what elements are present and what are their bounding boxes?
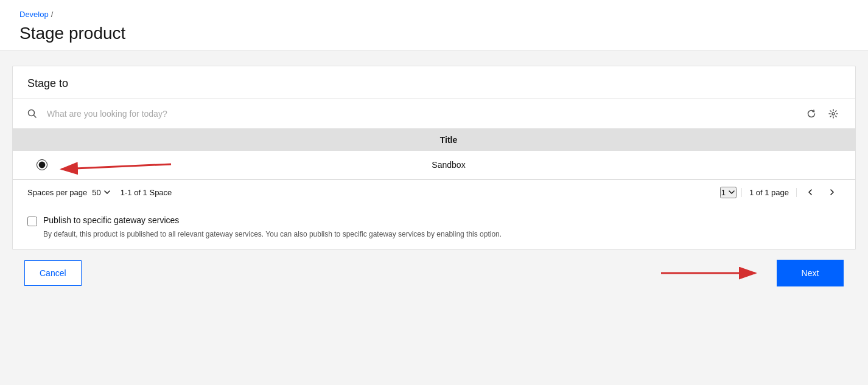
breadcrumb-develop-link[interactable]: Develop: [19, 10, 49, 19]
breadcrumb: Develop /: [19, 10, 849, 19]
next-page-button[interactable]: [824, 186, 841, 198]
card-title: Stage to: [27, 77, 841, 90]
checkbox-description: By default, this product is published to…: [43, 230, 841, 238]
per-page-select[interactable]: 50: [92, 188, 110, 197]
space-radio-sandbox[interactable]: [37, 159, 47, 170]
checkbox-section: Publish to specific gateway services By …: [13, 204, 855, 249]
radio-cell: [27, 159, 57, 170]
refresh-button[interactable]: [804, 106, 819, 121]
publish-gateway-checkbox[interactable]: [27, 217, 37, 226]
search-input[interactable]: [42, 99, 799, 128]
page-title: Stage product: [19, 24, 849, 43]
search-row: [13, 99, 855, 129]
pagination-right: 1 1 of 1 page: [720, 186, 841, 198]
svg-line-1: [34, 116, 37, 118]
spaces-table: Title Sandbox Spaces per page: [13, 129, 855, 249]
arrow-annotation-next: [661, 261, 771, 285]
checkbox-label[interactable]: Publish to specific gateway services: [43, 215, 179, 225]
sandbox-title-cell: Sandbox: [57, 160, 841, 170]
table-header-row: Title: [13, 129, 855, 151]
per-page-value: 50: [92, 188, 100, 197]
range-text: 1-1 of 1 Space: [121, 188, 172, 197]
card-header: Stage to: [13, 66, 855, 99]
pagination-row: Spaces per page 50 1-1 of 1 Space 1 1 of…: [13, 179, 855, 204]
search-actions: [804, 106, 841, 121]
cancel-button[interactable]: Cancel: [24, 260, 82, 286]
next-button[interactable]: Next: [777, 260, 844, 286]
stage-to-card: Stage to: [12, 66, 856, 250]
settings-button[interactable]: [826, 106, 841, 121]
spaces-per-page-label: Spaces per page: [27, 188, 87, 197]
table-header-title: Title: [57, 135, 841, 145]
footer-actions: Cancel Next: [12, 250, 856, 296]
breadcrumb-separator: /: [51, 10, 54, 19]
page-value: 1: [721, 188, 726, 197]
page-info: 1 of 1 page: [741, 188, 797, 197]
pagination-left: Spaces per page 50 1-1 of 1 Space: [27, 188, 172, 197]
page-select[interactable]: 1: [720, 187, 737, 198]
search-icon: [27, 109, 37, 119]
prev-page-button[interactable]: [802, 186, 819, 198]
checkbox-row: Publish to specific gateway services: [27, 215, 841, 226]
table-row: Sandbox: [13, 151, 855, 179]
svg-point-2: [832, 113, 835, 115]
